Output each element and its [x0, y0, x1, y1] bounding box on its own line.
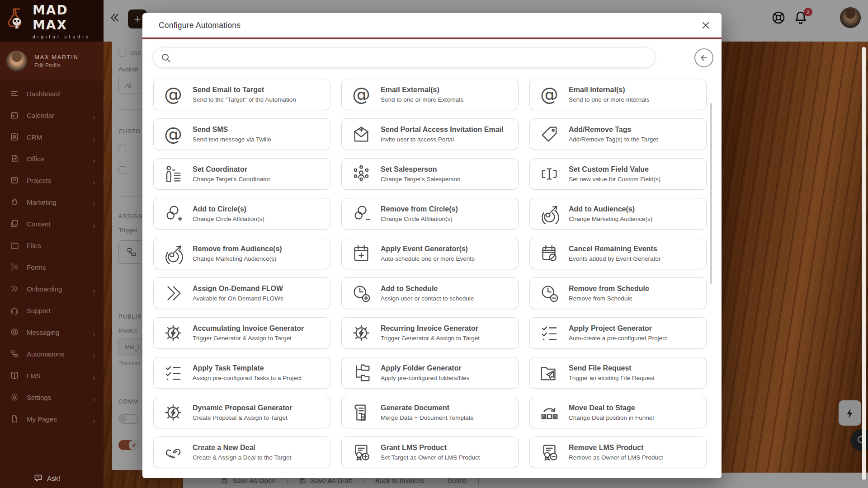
chevron-right-icon — [92, 135, 96, 139]
automation-card-remove-from-circle-s[interactable]: Remove from Circle(s)Change Circle Affil… — [341, 198, 519, 230]
chevrons-icon — [10, 284, 19, 293]
close-button[interactable] — [701, 20, 711, 30]
automation-card-grant-lms-product[interactable]: Grant LMS ProductSet Target as Owner of … — [341, 436, 519, 468]
automation-card-set-coordinator[interactable]: Set CoordinatorChange Target's Coordinat… — [153, 158, 330, 190]
sidebar-item-dashboard[interactable]: Dashboard — [0, 83, 104, 104]
folder-tree-icon — [351, 362, 372, 383]
sidebar-item-my-pages[interactable]: My Pages — [0, 408, 104, 430]
sidebar-item-label: Files — [27, 242, 41, 249]
sidebar-item-marketing[interactable]: Marketing — [0, 191, 104, 213]
page-scrollbar[interactable] — [862, 47, 866, 480]
sidebar-item-support[interactable]: Support — [0, 300, 104, 321]
sidebar-item-label: Projects — [27, 177, 51, 184]
sidebar-item-settings[interactable]: Settings — [0, 386, 104, 408]
card-subtitle: Change Circle Affiliation(s) — [193, 216, 264, 222]
sidebar-item-label: Forms — [27, 263, 46, 271]
automation-card-apply-event-generator-s[interactable]: Apply Event Generator(s)Auto-schedule on… — [341, 238, 519, 269]
sidebar-item-label: LMS — [27, 372, 41, 380]
sidebar-item-label: Support — [27, 307, 51, 314]
sidebar-item-label: Content — [27, 220, 51, 228]
automation-card-add-to-circle-s[interactable]: Add to Circle(s)Change Circle Affiliatio… — [153, 198, 330, 230]
automation-card-move-deal-to-stage[interactable]: Move Deal to StageChange Deal position i… — [529, 397, 707, 428]
ask-button[interactable]: ? Ask! — [33, 474, 60, 483]
automation-card-send-sms[interactable]: @Send SMSSend text message via Twilio — [153, 118, 330, 150]
sidebar-item-content[interactable]: Content — [0, 213, 104, 235]
card-subtitle: Change Circle Affiliation(s) — [381, 216, 458, 222]
modal-scrollbar[interactable] — [710, 103, 712, 284]
automation-card-remove-from-audience-s[interactable]: Remove from Audience(s)Change Marketing … — [153, 238, 330, 269]
card-subtitle: Remove from Schedule — [569, 295, 649, 302]
card-title: Recurring Invoice Generator — [381, 324, 480, 333]
card-title: Remove from Circle(s) — [381, 205, 458, 213]
automation-search[interactable] — [153, 47, 655, 68]
checklist-icon — [163, 362, 184, 383]
sidebar-item-lms[interactable]: LMS — [0, 365, 104, 386]
automation-card-set-custom-field-value[interactable]: Set Custom Field ValueSet new value for … — [529, 158, 707, 190]
chevrons-right-icon — [163, 283, 184, 304]
card-subtitle: Send to one or more Internals — [569, 96, 650, 103]
sidebar-item-automations[interactable]: Automations — [0, 343, 104, 365]
automation-card-recurring-invoice-generator[interactable]: Recurring Invoice GeneratorTrigger Gener… — [341, 317, 519, 349]
sidebar: MAD MAX digital studio MAX MARTIN Edit P… — [0, 0, 104, 488]
calendar-plus-icon — [351, 243, 372, 264]
chevron-right-icon — [92, 417, 96, 421]
automation-card-add-remove-tags[interactable]: Add/Remove TagsAdd/Remove Tag(s) to the … — [529, 118, 707, 150]
document-merge-icon — [351, 402, 372, 423]
automation-card-remove-lms-product[interactable]: Remove LMS ProductRemove as Owner of LMS… — [529, 436, 707, 468]
sidebar-item-label: Office — [27, 155, 44, 163]
headset-icon — [10, 306, 19, 315]
card-subtitle: Set new value for Custom Field(s) — [569, 176, 660, 183]
automation-card-cancel-remaining-events[interactable]: Cancel Remaining EventsEvents added by E… — [529, 238, 707, 269]
app-logo[interactable]: MAD MAX digital studio — [0, 0, 104, 42]
card-subtitle: Set Target as Owner of LMS Product — [381, 454, 480, 461]
clock-minus-icon — [539, 283, 560, 304]
sidebar-item-label: Calendar — [27, 112, 54, 119]
card-subtitle: Send to one or more Externals — [381, 96, 463, 103]
back-button[interactable] — [694, 48, 713, 67]
automation-card-add-to-audience-s[interactable]: Add to Audience(s)Change Marketing Audie… — [529, 198, 707, 230]
automation-card-remove-from-schedule[interactable]: Remove from ScheduleRemove from Schedule — [529, 277, 707, 309]
calendar-cancel-icon — [539, 243, 560, 264]
sidebar-menu: DashboardCalendarCRMOfficeProjectsMarket… — [0, 80, 104, 430]
automation-card-assign-on-demand-flow[interactable]: Assign On-Demand FLOWAvailable for On-De… — [153, 277, 330, 309]
card-title: Set Coordinator — [193, 165, 270, 174]
profile-avatar[interactable] — [6, 51, 27, 71]
sidebar-item-office[interactable]: Office — [0, 148, 104, 169]
sidebar-item-forms[interactable]: Forms — [0, 256, 104, 278]
sidebar-item-label: Onboarding — [27, 285, 62, 293]
card-title: Apply Task Template — [193, 364, 302, 372]
tag-icon — [539, 124, 560, 145]
automation-card-add-to-schedule[interactable]: Add to ScheduleAssign user or contact to… — [341, 277, 519, 309]
automation-card-set-salesperson[interactable]: Set SalespersonChange Target's Salespers… — [341, 158, 519, 190]
arrow-left-icon — [699, 53, 709, 63]
automation-card-email-external-s[interactable]: @Email External(s)Send to one or more Ex… — [341, 79, 519, 110]
automation-card-send-file-request[interactable]: Send File RequestTrigger an existing Fil… — [529, 357, 707, 389]
chevron-right-icon — [92, 374, 96, 378]
edit-profile-link[interactable]: Edit Profile — [34, 62, 78, 69]
sidebar-item-projects[interactable]: Projects — [0, 169, 104, 191]
sidebar-item-onboarding[interactable]: Onboarding — [0, 278, 104, 300]
card-subtitle: Events added by Event Generator — [569, 255, 660, 262]
automation-card-send-email-to-target[interactable]: @Send Email to TargetSend to the "Target… — [153, 79, 330, 110]
sidebar-item-files[interactable]: Files — [0, 235, 104, 256]
card-title: Apply Folder Generator — [381, 364, 470, 372]
chevron-right-icon — [92, 352, 96, 356]
card-subtitle: Available for On-Demand FLOWs — [193, 295, 283, 302]
windows-icon — [10, 219, 19, 228]
automation-card-email-internal-s[interactable]: @Email Internal(s)Send to one or more In… — [529, 79, 707, 110]
automation-card-apply-folder-generator[interactable]: Apply Folder GeneratorApply pre-configur… — [341, 357, 519, 389]
automation-card-apply-project-generator[interactable]: Apply Project GeneratorAuto-create a pre… — [529, 317, 707, 349]
automation-card-dynamic-proposal-generator[interactable]: Dynamic Proposal GeneratorCreate Proposa… — [153, 397, 330, 428]
calendar-icon — [10, 111, 19, 120]
circles-plus-icon — [163, 203, 184, 224]
profile-block[interactable]: MAX MARTIN Edit Profile — [0, 42, 104, 80]
automation-card-apply-task-template[interactable]: Apply Task TemplateAssign pre-configured… — [153, 357, 330, 389]
sidebar-item-messaging[interactable]: Messaging — [0, 321, 104, 343]
automation-card-create-a-new-deal[interactable]: Create a New DealCreate & Assign a Deal … — [153, 436, 330, 468]
sidebar-item-calendar[interactable]: Calendar — [0, 104, 104, 126]
automation-card-send-portal-access-invitation-email[interactable]: Send Portal Access Invitation EmailInvit… — [341, 118, 519, 150]
automation-card-generate-document[interactable]: Generate DocumentMerge Data + Document T… — [341, 397, 519, 428]
sidebar-item-crm[interactable]: CRM — [0, 126, 104, 148]
search-input[interactable] — [171, 49, 655, 67]
automation-card-accumulating-invoice-generator[interactable]: Accumulating Invoice GeneratorTrigger Ge… — [153, 317, 330, 349]
